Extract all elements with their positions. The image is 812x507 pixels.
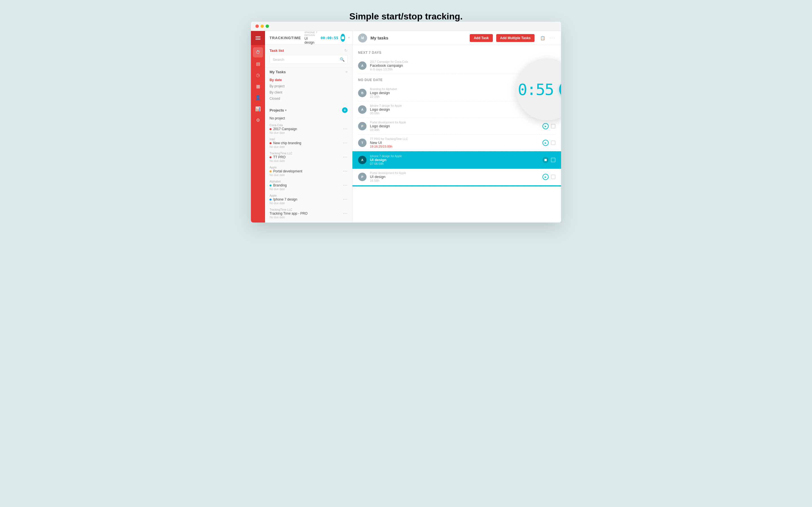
- project-dot: [269, 128, 271, 130]
- topbar-task-name: UI design: [305, 37, 319, 45]
- task-checkbox[interactable]: [551, 158, 555, 162]
- topbar-chevron-down-icon: ▼: [347, 36, 351, 40]
- project-info: Coca-Cola 2017 Campaign No due date: [269, 124, 297, 134]
- filter-by-client[interactable]: By client: [269, 90, 348, 95]
- more-options-icon[interactable]: ···: [550, 35, 555, 41]
- task-project: Iphone 7 design for Apple: [370, 104, 539, 107]
- projects-title[interactable]: Projects ▾: [269, 108, 287, 112]
- task-stop-button[interactable]: [543, 157, 549, 163]
- task-meta: 07:06:58h: [370, 162, 539, 165]
- headline-bold: start/stop: [382, 11, 423, 21]
- task-name: Facebook campaign: [370, 63, 539, 68]
- task-checkbox[interactable]: [551, 175, 555, 179]
- project-client: Apple: [269, 194, 297, 197]
- search-placeholder: Search: [273, 57, 338, 62]
- task-name: Logo design: [370, 91, 539, 95]
- project-item-tracking-pro[interactable]: TrackingTime LLC Tracking Time app - PRO…: [265, 207, 352, 221]
- task-meta: 22:16h: [370, 95, 539, 98]
- task-row-ui-design-active: A Iphone 7 design for Apple UI design 07…: [352, 151, 561, 169]
- nav-calendar-icon[interactable]: ▦: [253, 81, 263, 91]
- task-play-button[interactable]: ▶: [543, 140, 549, 146]
- project-name: Iphone 7 design: [269, 198, 297, 202]
- task-list-label: Task list: [269, 48, 284, 53]
- task-avatar: P: [358, 122, 366, 130]
- project-info: TrackingTime LLC Tracking Time app - PRO…: [269, 208, 308, 219]
- task-play-button[interactable]: ▶: [543, 174, 549, 180]
- task-play-button[interactable]: ▶: [543, 123, 549, 129]
- nav-history-icon[interactable]: ◷: [253, 70, 263, 80]
- project-info: Intel New chip branding No due date: [269, 138, 301, 149]
- filter-by-project[interactable]: By project: [269, 83, 348, 89]
- hamburger-menu-button[interactable]: [251, 31, 265, 45]
- filter-closed[interactable]: Closed: [269, 96, 348, 101]
- projects-chevron-icon: ▾: [285, 109, 287, 112]
- sidebar-header: TRACKINGTIME IPHONE 7 DESIGN UI design 0…: [265, 31, 352, 45]
- project-item-integrations[interactable]: TrackingTime LLC TrackingTime integratio…: [265, 221, 352, 223]
- add-multiple-tasks-button[interactable]: Add Multiple Tasks: [496, 34, 535, 42]
- task-avatar: A: [358, 105, 366, 114]
- task-checkbox[interactable]: [551, 140, 555, 145]
- projects-label: Projects: [269, 108, 284, 112]
- task-name: Logo design: [370, 107, 539, 112]
- project-dot: [269, 184, 271, 186]
- project-name: Tracking Time app - PRO: [269, 212, 308, 216]
- project-client: TrackingTime LLC: [269, 222, 308, 223]
- projects-section: Projects ▾ + No project Coca-Cola: [265, 103, 352, 223]
- project-no-project[interactable]: No project: [265, 115, 352, 122]
- project-more-icon[interactable]: ···: [343, 169, 348, 174]
- title-bar: [251, 22, 561, 31]
- nav-report-icon[interactable]: 📊: [253, 104, 263, 114]
- my-tasks-section: My Tasks ≡ By date By project By client …: [265, 68, 352, 103]
- project-item-portal[interactable]: Apple Portal development No due date ···: [265, 164, 352, 178]
- active-indicator-bar: [352, 185, 561, 186]
- task-row-new-ui: T TT PRO for TrackingTime LLC New UI 19:…: [358, 135, 555, 151]
- nav-settings-icon[interactable]: ⚙: [253, 115, 263, 125]
- task-checkbox[interactable]: [551, 124, 555, 128]
- project-due: No due date: [269, 145, 301, 149]
- topbar-stop-icon: [342, 36, 344, 39]
- search-box[interactable]: Search 🔍: [269, 55, 348, 64]
- project-item-coca-cola[interactable]: Coca-Cola 2017 Campaign No due date ···: [265, 122, 352, 136]
- project-due: No due date: [269, 159, 292, 163]
- nav-layout-icon[interactable]: ▤: [253, 59, 263, 69]
- task-project: Portal development for Apple: [370, 121, 539, 124]
- minimize-button[interactable]: [260, 24, 264, 28]
- project-more-icon[interactable]: ···: [343, 140, 348, 146]
- project-more-icon[interactable]: ···: [343, 126, 348, 131]
- add-project-button[interactable]: +: [342, 107, 348, 113]
- project-no-project-info: No project: [269, 116, 285, 120]
- task-project: Portal development for Apple: [370, 172, 539, 175]
- project-due: No due date: [269, 173, 302, 177]
- project-more-icon[interactable]: ···: [343, 197, 348, 202]
- add-task-button[interactable]: Add Task: [470, 34, 493, 42]
- project-name: 2017 Campaign: [269, 127, 297, 131]
- project-dot: [269, 199, 271, 201]
- task-name: New UI: [370, 140, 539, 145]
- project-client: TrackingTime LLC: [269, 208, 308, 211]
- filter-by-date[interactable]: By date: [269, 77, 348, 82]
- report-icon[interactable]: 📋: [540, 36, 545, 40]
- refresh-icon[interactable]: ↻: [344, 48, 348, 53]
- topbar-task-selector[interactable]: IPHONE 7 DESIGN UI design 00:00:55 ▼: [305, 31, 351, 45]
- close-button[interactable]: [255, 24, 259, 28]
- project-item-iphone7[interactable]: Apple Iphone 7 design No due date ···: [265, 192, 352, 207]
- my-tasks-label: My Tasks: [269, 70, 286, 74]
- nav-people-icon[interactable]: 👤: [253, 93, 263, 103]
- project-item-tt-pro[interactable]: TrackingTime LLC TT PRO No due date ···: [265, 150, 352, 164]
- zoom-stop-button[interactable]: [559, 81, 561, 98]
- traffic-lights: [255, 24, 269, 28]
- maximize-button[interactable]: [266, 24, 269, 28]
- nav-clock-icon[interactable]: ⏱: [253, 47, 263, 57]
- project-item-branding[interactable]: Alphabet Branding No due date ···: [265, 178, 352, 192]
- project-more-icon[interactable]: ···: [343, 155, 348, 160]
- project-more-icon[interactable]: ···: [343, 211, 348, 216]
- headline-prefix: Simple: [349, 11, 382, 21]
- nav-icons: ⏱ ▤ ◷ ▦ 👤 📊 ⚙: [253, 45, 263, 223]
- project-client: Apple: [269, 166, 302, 169]
- filter-icon[interactable]: ≡: [345, 70, 348, 74]
- app-body: ⏱ ▤ ◷ ▦ 👤 📊 ⚙ TRACKINGTIME IPHONE 7 DESI…: [251, 31, 561, 223]
- topbar-stop-button[interactable]: [341, 34, 345, 42]
- task-name: UI design: [370, 175, 539, 179]
- project-item-intel[interactable]: Intel New chip branding No due date ···: [265, 136, 352, 150]
- project-more-icon[interactable]: ···: [343, 183, 348, 188]
